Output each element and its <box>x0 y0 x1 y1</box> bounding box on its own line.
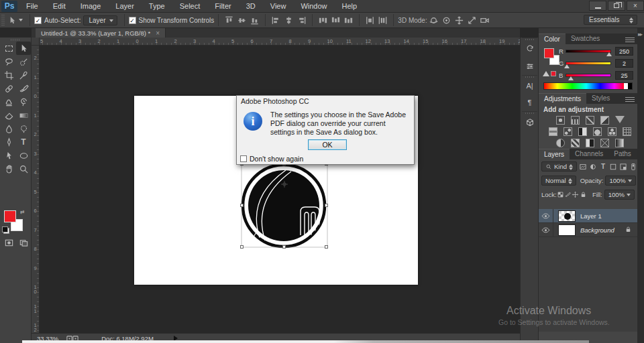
clone-stamp-tool[interactable] <box>1 95 16 109</box>
curves-icon[interactable] <box>586 116 594 125</box>
filter-type-layers-icon[interactable]: T <box>599 162 607 172</box>
brightness-contrast-icon[interactable] <box>556 116 565 125</box>
channel-mixer-icon[interactable] <box>608 127 616 136</box>
layer1-visibility-toggle[interactable] <box>539 209 553 223</box>
layer-filter-kind-dropdown[interactable]: Kind <box>541 161 577 172</box>
tab-swatches[interactable]: Swatches <box>566 33 605 44</box>
document-tab[interactable]: Untitled-1 @ 33.3% (Layer 1, RGB/8) * × <box>36 28 166 38</box>
zoom-tool[interactable] <box>16 162 31 176</box>
green-value[interactable]: 2 <box>615 59 633 68</box>
menu-3d[interactable]: 3D <box>239 0 263 13</box>
brush-tool[interactable] <box>16 82 31 95</box>
gradient-tool[interactable] <box>16 109 31 122</box>
vibrance-icon[interactable] <box>615 116 625 123</box>
transform-handle-sw[interactable] <box>240 245 244 249</box>
3d-slide-icon[interactable] <box>467 15 477 25</box>
options-grip[interactable] <box>1 15 5 25</box>
align-bottom-edges-icon[interactable] <box>250 15 260 25</box>
pen-tool[interactable] <box>1 135 16 149</box>
photo-filter-icon[interactable] <box>593 127 602 136</box>
menu-window[interactable]: Window <box>293 0 334 13</box>
hue-saturation-icon[interactable] <box>549 127 557 136</box>
transform-handle-w[interactable] <box>240 204 244 207</box>
menu-layer[interactable]: Layer <box>108 0 142 13</box>
show-transform-checkbox[interactable]: ✓ <box>129 17 136 24</box>
filter-toggle-switch[interactable] <box>629 162 637 172</box>
tab-channels[interactable]: Channels <box>570 149 608 159</box>
gradient-map-icon[interactable] <box>615 139 624 147</box>
menu-view[interactable]: View <box>263 0 294 13</box>
lasso-tool[interactable] <box>1 55 16 68</box>
menu-file[interactable]: File <box>19 0 46 13</box>
foreground-color-swatch[interactable] <box>4 210 16 222</box>
threshold-icon[interactable] <box>586 139 594 147</box>
layer1-name[interactable]: Layer 1 <box>580 212 602 220</box>
close-button[interactable]: × <box>627 1 644 11</box>
toolbar-grip[interactable] <box>11 39 20 41</box>
auto-select-checkbox[interactable]: ✓ <box>34 17 42 24</box>
distribute-top-edges-icon[interactable] <box>318 15 328 25</box>
tab-close-icon[interactable]: × <box>156 29 160 37</box>
rectangular-marquee-tool[interactable] <box>1 42 16 55</box>
menu-type[interactable]: Type <box>142 0 172 13</box>
expand-panels-icon[interactable]: ▸▸ <box>638 31 641 38</box>
restore-button[interactable] <box>608 1 625 11</box>
horizontal-type-tool[interactable]: T <box>16 135 31 149</box>
lock-position-icon[interactable] <box>572 190 579 200</box>
3d-zoom-camera-icon[interactable] <box>480 15 490 25</box>
blur-tool[interactable] <box>1 122 16 135</box>
layer-row-layer1[interactable]: Layer 1 <box>539 209 637 223</box>
3d-pan-icon[interactable] <box>454 15 464 25</box>
hand-tool[interactable] <box>1 162 16 176</box>
3d-panel-button[interactable] <box>523 115 537 129</box>
ruler-origin-corner[interactable] <box>32 38 40 46</box>
align-horizontal-centers-icon[interactable] <box>284 15 294 25</box>
align-left-edges-icon[interactable] <box>271 15 281 25</box>
layer1-thumbnail[interactable] <box>558 210 576 222</box>
green-slider-thumb[interactable] <box>564 64 570 68</box>
blue-slider[interactable] <box>566 74 611 77</box>
levels-icon[interactable] <box>571 116 580 125</box>
screen-mode-button[interactable] <box>16 236 31 249</box>
panel-foreground-swatch[interactable] <box>544 48 554 58</box>
spot-healing-brush-tool[interactable] <box>1 82 16 95</box>
history-brush-tool[interactable] <box>16 95 31 109</box>
menu-edit[interactable]: Edit <box>46 0 73 13</box>
properties-panel-button[interactable] <box>523 59 537 73</box>
blend-mode-dropdown[interactable]: Normal <box>541 176 576 186</box>
background-visibility-toggle[interactable] <box>539 223 553 237</box>
transform-handle-s[interactable] <box>282 245 286 249</box>
lock-all-icon[interactable] <box>580 190 587 200</box>
auto-select-target-dropdown[interactable]: Layer <box>83 15 117 25</box>
align-top-edges-icon[interactable] <box>224 15 234 25</box>
posterize-icon[interactable] <box>571 139 580 147</box>
menu-filter[interactable]: Filter <box>207 0 238 13</box>
lock-transparency-icon[interactable] <box>557 190 564 200</box>
workspace-switcher[interactable]: Essentials <box>584 15 637 25</box>
fill-value-dropdown[interactable]: 100% <box>604 190 635 200</box>
color-spectrum-ramp[interactable] <box>543 82 633 90</box>
filter-shape-layers-icon[interactable] <box>609 162 617 172</box>
default-colors-icon[interactable] <box>3 228 9 234</box>
quick-selection-tool[interactable] <box>16 55 31 68</box>
align-right-edges-icon[interactable] <box>297 15 307 25</box>
filter-adjustment-layers-icon[interactable] <box>589 162 597 172</box>
dialog-title[interactable]: Adobe Photoshop CC <box>237 96 414 107</box>
minimize-button[interactable] <box>589 1 606 11</box>
menu-help[interactable]: Help <box>335 0 365 13</box>
panel-menu-icon[interactable] <box>625 37 635 42</box>
quick-mask-button[interactable] <box>1 236 16 249</box>
tab-adjustments[interactable]: Adjustments <box>539 93 586 104</box>
transform-handle-e[interactable] <box>325 204 328 207</box>
tab-styles[interactable]: Styles <box>586 93 615 104</box>
paragraph-panel-button[interactable]: ¶ <box>523 95 537 109</box>
background-thumbnail[interactable] <box>558 224 576 236</box>
spectrum-black-end[interactable] <box>628 83 632 89</box>
swap-colors-icon[interactable]: ⇄ <box>20 209 25 215</box>
lock-pixels-icon[interactable] <box>564 190 572 200</box>
filter-smart-objects-icon[interactable] <box>619 162 627 172</box>
3d-roll-icon[interactable] <box>441 15 451 25</box>
align-vertical-centers-icon[interactable] <box>237 15 247 25</box>
red-value[interactable]: 250 <box>615 47 633 56</box>
dont-show-checkbox[interactable] <box>240 155 247 162</box>
